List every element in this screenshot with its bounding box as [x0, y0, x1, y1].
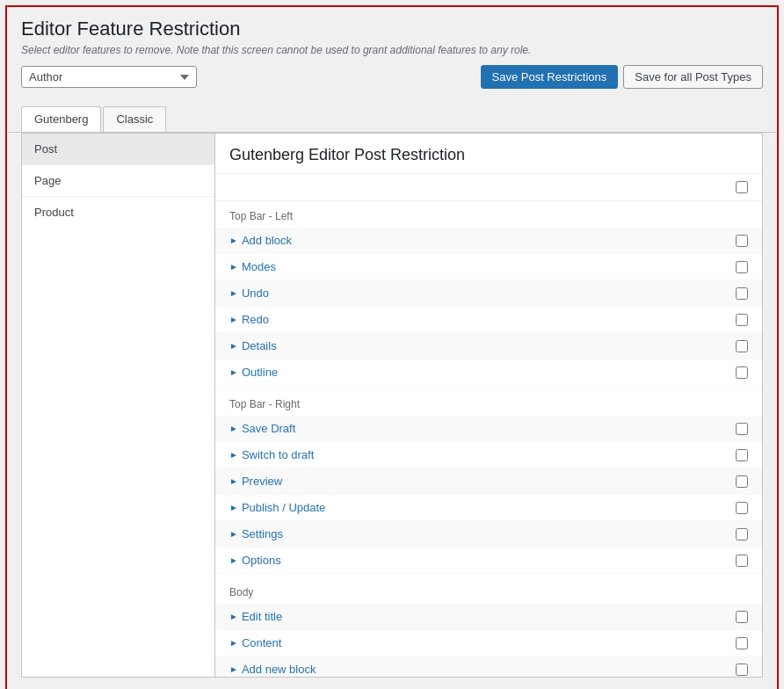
feature-link-save-draft[interactable]: ► Save Draft [229, 422, 295, 435]
section-top-bar-left: Top Bar - Left ► Add block ► Modes [215, 201, 762, 386]
feature-label-undo: Undo [242, 286, 269, 300]
arrow-icon: ► [229, 367, 238, 377]
arrow-icon: ► [229, 503, 238, 512]
checkbox-preview[interactable] [736, 475, 748, 488]
role-select[interactable]: Author Editor Subscriber Contributor [21, 66, 197, 88]
feature-row-options: ► Options [215, 548, 762, 574]
feature-link-add-new-block[interactable]: ► Add new block [229, 663, 316, 676]
feature-link-modes[interactable]: ► Modes [229, 260, 276, 273]
arrow-icon: ► [229, 288, 238, 298]
feature-label-outline: Outline [242, 366, 278, 379]
checkbox-content[interactable] [736, 637, 748, 649]
feature-label-preview: Preview [242, 475, 282, 488]
arrow-icon: ► [229, 638, 238, 648]
save-post-restrictions-button[interactable]: Save Post Restrictions [481, 65, 619, 89]
feature-row-modes: ► Modes [215, 254, 762, 280]
feature-row-publish-update: ► Publish / Update [215, 495, 762, 521]
feature-link-undo[interactable]: ► Undo [229, 286, 269, 300]
feature-label-options: Options [242, 554, 281, 567]
tab-classic[interactable]: Classic [103, 106, 166, 132]
feature-row-add-new-block: ► Add new block [215, 656, 762, 678]
checkbox-edit-title[interactable] [736, 611, 748, 623]
feature-link-switch-to-draft[interactable]: ► Switch to draft [229, 448, 314, 461]
feature-label-details: Details [242, 339, 277, 352]
feature-link-content[interactable]: ► Content [229, 636, 281, 649]
arrow-icon: ► [229, 315, 238, 324]
checkbox-redo[interactable] [736, 314, 748, 326]
arrow-icon: ► [229, 664, 238, 674]
feature-row-settings: ► Settings [215, 521, 762, 548]
feature-row-edit-title: ► Edit title [215, 604, 762, 630]
feature-link-add-block[interactable]: ► Add block [229, 234, 292, 247]
arrow-icon: ► [229, 236, 238, 245]
feature-link-redo[interactable]: ► Redo [229, 313, 269, 326]
arrow-icon: ► [229, 262, 238, 272]
checkbox-options[interactable] [736, 555, 748, 567]
sidebar-item-page[interactable]: Page [22, 165, 214, 197]
feature-row-redo: ► Redo [215, 307, 762, 333]
arrow-icon: ► [229, 424, 238, 433]
save-all-post-types-button[interactable]: Save for all Post Types [623, 65, 763, 89]
feature-link-settings[interactable]: ► Settings [229, 527, 283, 540]
feature-label-content: Content [242, 636, 282, 649]
page-title: Editor Feature Restriction [21, 18, 763, 40]
main-content: Post Page Product Gutenberg Editor Post … [7, 132, 777, 689]
checkbox-settings[interactable] [736, 528, 748, 540]
section-body: Body ► Edit title ► Content [215, 577, 762, 678]
feature-row-details: ► Details [215, 333, 762, 359]
feature-row-undo: ► Undo [215, 280, 762, 307]
sidebar: Post Page Product [21, 133, 214, 678]
arrow-icon: ► [229, 450, 238, 460]
section-top-bar-right: Top Bar - Right ► Save Draft ► Switch to… [215, 389, 762, 574]
feature-label-switch-to-draft: Switch to draft [242, 448, 314, 461]
feature-label-redo: Redo [242, 313, 269, 326]
feature-row-add-block: ► Add block [215, 228, 762, 254]
feature-link-outline[interactable]: ► Outline [229, 366, 278, 379]
feature-label-edit-title: Edit title [242, 610, 282, 623]
feature-link-edit-title[interactable]: ► Edit title [229, 610, 282, 623]
feature-link-details[interactable]: ► Details [229, 339, 277, 352]
checkbox-modes[interactable] [736, 261, 748, 273]
select-all-checkbox[interactable] [736, 181, 748, 193]
section-label-body: Body [215, 577, 762, 604]
feature-label-settings: Settings [242, 527, 283, 540]
top-select-all-row [215, 174, 762, 201]
content-panel-title: Gutenberg Editor Post Restriction [215, 134, 762, 174]
feature-label-modes: Modes [242, 260, 276, 273]
checkbox-save-draft[interactable] [736, 423, 748, 435]
checkbox-add-block[interactable] [736, 235, 748, 247]
arrow-icon: ► [229, 555, 238, 565]
feature-row-content: ► Content [215, 630, 762, 656]
sidebar-item-product[interactable]: Product [22, 197, 214, 228]
feature-label-save-draft: Save Draft [242, 422, 295, 435]
feature-row-preview: ► Preview [215, 468, 762, 495]
tabs-row: Gutenberg Classic [7, 106, 777, 132]
feature-link-publish-update[interactable]: ► Publish / Update [229, 501, 325, 514]
checkbox-add-new-block[interactable] [736, 664, 748, 676]
checkbox-publish-update[interactable] [736, 502, 748, 514]
action-buttons: Save Post Restrictions Save for all Post… [481, 65, 764, 89]
arrow-icon: ► [229, 612, 238, 621]
section-label-top-bar-left: Top Bar - Left [215, 201, 762, 228]
tab-gutenberg[interactable]: Gutenberg [21, 106, 101, 132]
feature-label-add-new-block: Add new block [242, 663, 316, 676]
checkbox-details[interactable] [736, 340, 748, 352]
arrow-icon: ► [229, 341, 238, 351]
section-label-top-bar-right: Top Bar - Right [215, 389, 762, 416]
arrow-icon: ► [229, 529, 238, 539]
feature-link-options[interactable]: ► Options [229, 554, 281, 567]
feature-label-add-block: Add block [242, 234, 292, 247]
feature-link-preview[interactable]: ► Preview [229, 475, 282, 488]
checkbox-switch-to-draft[interactable] [736, 449, 748, 461]
checkbox-outline[interactable] [736, 366, 748, 379]
feature-row-save-draft: ► Save Draft [215, 416, 762, 442]
feature-label-publish-update: Publish / Update [242, 501, 325, 514]
arrow-icon: ► [229, 476, 238, 486]
feature-row-outline: ► Outline [215, 359, 762, 386]
feature-row-switch-to-draft: ► Switch to draft [215, 442, 762, 468]
page-subtitle: Select editor features to remove. Note t… [21, 44, 763, 56]
sidebar-item-post[interactable]: Post [22, 134, 214, 165]
content-panel: Gutenberg Editor Post Restriction Top Ba… [214, 133, 763, 678]
checkbox-undo[interactable] [736, 287, 748, 300]
